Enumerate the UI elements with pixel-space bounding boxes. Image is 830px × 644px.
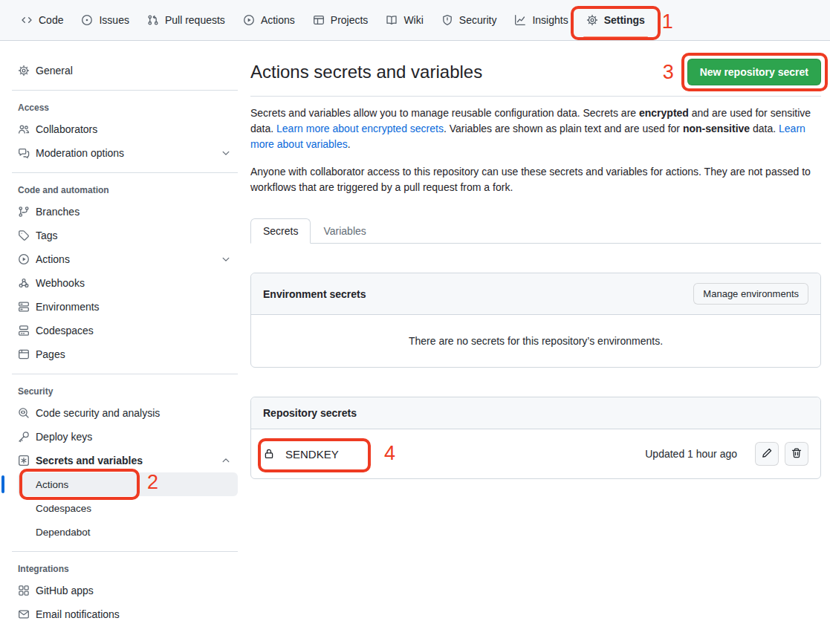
git-pull-request-icon xyxy=(147,14,159,26)
gear-icon xyxy=(18,65,30,77)
repository-secrets-title: Repository secrets xyxy=(263,407,357,419)
sidebar-item-email-notifications[interactable]: Email notifications xyxy=(12,602,238,626)
sidebar-item-codespaces[interactable]: Codespaces xyxy=(18,496,238,520)
lock-icon xyxy=(263,448,275,460)
repo-nav-items: Code Issues Pull requests Actions Projec… xyxy=(12,0,654,40)
sidebar-item-label: Secrets and variables xyxy=(36,455,214,466)
sidebar-item-collaborators[interactable]: Collaborators xyxy=(12,117,238,141)
repository-secrets-box: Repository secrets SENDKEY 4 Updated 1 h… xyxy=(250,397,821,479)
sidebar-divider xyxy=(12,90,238,91)
selected-accent-bar xyxy=(1,475,4,493)
issue-opened-icon xyxy=(81,14,93,26)
secret-updated-time: Updated 1 hour ago xyxy=(645,448,737,460)
nav-item-code[interactable]: Code xyxy=(12,0,72,40)
sidebar-item-codespaces[interactable]: Codespaces xyxy=(12,319,238,342)
sidebar-item-label: Actions xyxy=(36,253,214,265)
sidebar-divider xyxy=(12,551,238,552)
new-repository-secret-button[interactable]: New repository secret xyxy=(687,59,821,85)
sidebar-section-title-code-and-automation: Code and automation xyxy=(12,180,238,200)
key-asterisk-icon xyxy=(18,455,30,466)
sidebar-item-general[interactable]: General xyxy=(12,59,238,82)
tag-icon xyxy=(18,230,30,241)
sidebar-item-webhooks[interactable]: Webhooks xyxy=(12,271,238,295)
github-repo-settings-page: Code Issues Pull requests Actions Projec… xyxy=(0,0,830,638)
sidebar-item-label: Codespaces xyxy=(36,325,232,336)
sidebar-item-label: Code security and analysis xyxy=(36,407,232,419)
manage-environments-button[interactable]: Manage environments xyxy=(693,283,808,305)
nav-item-label: Insights xyxy=(532,14,568,26)
nav-item-label: Code xyxy=(39,14,63,26)
sidebar-divider xyxy=(12,374,238,374)
sidebar-item-label: Branches xyxy=(36,206,232,218)
encrypted-secrets-link[interactable]: Learn more about encrypted secrets xyxy=(276,123,444,134)
edit-secret-button[interactable] xyxy=(755,442,779,466)
environment-secrets-empty-text: There are no secrets for this repository… xyxy=(251,315,820,367)
sidebar-item-branches[interactable]: Branches xyxy=(12,200,238,224)
sidebar-item-deploy-keys[interactable]: Deploy keys xyxy=(12,425,238,449)
sidebar-item-label: Actions xyxy=(36,479,232,490)
nav-item-wiki[interactable]: Wiki xyxy=(377,0,432,40)
sidebar-item-moderation-options[interactable]: Moderation options xyxy=(12,141,238,165)
table-icon xyxy=(313,14,325,26)
nav-item-pull-requests[interactable]: Pull requests xyxy=(138,0,234,40)
text-segment: data. xyxy=(750,123,779,134)
nav-item-security[interactable]: Security xyxy=(432,0,506,40)
tab-variables[interactable]: Variables xyxy=(311,218,378,244)
delete-secret-button[interactable] xyxy=(785,442,808,466)
environment-secrets-box: Environment secrets Manage environments … xyxy=(250,273,821,368)
tab-secrets[interactable]: Secrets xyxy=(250,218,311,244)
repo-nav: Code Issues Pull requests Actions Projec… xyxy=(0,0,830,41)
sidebar-item-actions[interactable]: Actions xyxy=(12,247,238,271)
sidebar-item-tags[interactable]: Tags xyxy=(12,224,238,247)
sidebar-item-secrets-and-variables[interactable]: Secrets and variables xyxy=(12,449,238,472)
sidebar-item-label: Email notifications xyxy=(36,608,232,620)
sidebar-item-label: GitHub apps xyxy=(36,585,232,596)
environment-secrets-header: Environment secrets Manage environments xyxy=(251,273,820,315)
annotation-number-2: 2 xyxy=(147,472,158,492)
gear-icon xyxy=(586,14,598,26)
sidebar-item-label: Pages xyxy=(36,348,232,360)
secret-name-annotation-wrap: SENDKEY 4 xyxy=(263,448,375,461)
sidebar-item-code-security-and-analysis[interactable]: Code security and analysis xyxy=(12,401,238,425)
sidebar-item-label: Codespaces xyxy=(36,503,232,514)
text-segment: encrypted xyxy=(639,107,689,119)
settings-sidebar: General Access Collaborators Moderation … xyxy=(0,41,250,638)
key-icon xyxy=(18,431,30,443)
intro-paragraph: Secrets and variables allow you to manag… xyxy=(250,105,815,152)
book-icon xyxy=(386,14,398,26)
pencil-icon xyxy=(761,447,773,461)
sidebar-item-pages[interactable]: Pages xyxy=(12,342,238,366)
page-title: Actions secrets and variables xyxy=(250,62,482,82)
nav-item-label: Pull requests xyxy=(165,14,225,26)
shield-icon xyxy=(441,14,453,26)
people-icon xyxy=(18,123,30,135)
apps-icon xyxy=(18,585,30,596)
sidebar-item-label: General xyxy=(36,65,232,77)
codespaces-icon xyxy=(18,325,30,336)
sidebar-item-dependabot[interactable]: Dependabot xyxy=(18,520,238,544)
nav-item-insights[interactable]: Insights xyxy=(505,0,577,40)
annotation-number-4: 4 xyxy=(384,443,395,464)
nav-item-projects[interactable]: Projects xyxy=(304,0,377,40)
active-nav-underline xyxy=(583,36,648,38)
text-segment: non-sensitive xyxy=(683,123,750,134)
sidebar-section-title-integrations: Integrations xyxy=(12,559,238,579)
sidebar-item-label: Moderation options xyxy=(36,147,214,159)
main-content: Actions secrets and variables 3 New repo… xyxy=(250,41,830,479)
sidebar-item-github-apps[interactable]: GitHub apps xyxy=(12,579,238,602)
play-icon xyxy=(243,14,255,26)
content-area: General Access Collaborators Moderation … xyxy=(0,41,830,638)
browser-icon xyxy=(18,348,30,360)
sidebar-item-environments[interactable]: Environments xyxy=(12,295,238,319)
sidebar-item-label: Dependabot xyxy=(36,527,232,538)
comment-discussion-icon xyxy=(18,147,30,159)
sidebar-item-actions[interactable]: Actions 2 xyxy=(18,472,238,496)
secrets-variables-tabs: Secrets Variables xyxy=(250,218,821,244)
sidebar-item-label: Deploy keys xyxy=(36,431,232,443)
git-branch-icon xyxy=(18,206,30,218)
chevron-up-icon xyxy=(220,455,232,466)
text-segment: . xyxy=(348,138,351,150)
nav-item-actions[interactable]: Actions xyxy=(234,0,304,40)
nav-item-settings[interactable]: Settings 1 xyxy=(577,0,654,40)
nav-item-issues[interactable]: Issues xyxy=(72,0,137,40)
